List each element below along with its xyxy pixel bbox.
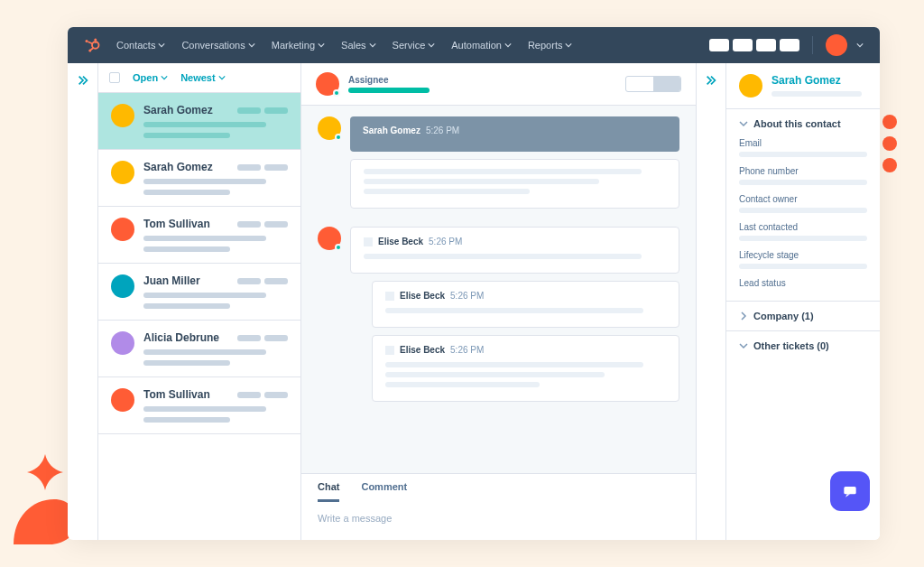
assignee-avatar[interactable]: [316, 72, 339, 96]
svg-point-3: [86, 40, 88, 42]
contact-field: Email: [739, 138, 867, 157]
field-value-placeholder: [739, 180, 867, 185]
message-list: Sarah Gomez5:26 PM Elise Beck5:26 PM Eli…: [301, 106, 696, 473]
conversation-item[interactable]: Sarah Gomez: [98, 150, 300, 207]
message-bubble[interactable]: [350, 159, 679, 209]
field-label: Lifecycle stage: [739, 250, 867, 260]
nav-sales[interactable]: Sales: [341, 40, 376, 51]
field-label: Last contacted: [739, 222, 867, 232]
conversation-item[interactable]: Juan Miller: [98, 264, 300, 321]
section-tickets-toggle[interactable]: Other tickets (0): [739, 340, 867, 351]
conversation-item[interactable]: Tom Sullivan: [98, 377, 300, 434]
svg-point-2: [94, 39, 97, 42]
message-bubble[interactable]: Elise Beck5:26 PM: [350, 227, 679, 274]
contact-field: Contact owner: [739, 194, 867, 213]
message-bubble[interactable]: Sarah Gomez5:26 PM: [350, 116, 679, 152]
tab-comment[interactable]: Comment: [361, 481, 407, 502]
chevron-down-icon: [158, 42, 165, 49]
message-bubble[interactable]: Elise Beck5:26 PM: [372, 335, 679, 402]
field-label: Contact owner: [739, 194, 867, 204]
chevron-down-icon: [504, 42, 512, 49]
nav-util-button[interactable]: [709, 39, 729, 51]
chat-launcher-button[interactable]: [830, 471, 870, 511]
field-value-placeholder: [739, 152, 867, 157]
conversation-list: Open Newest Sarah Gomez Sarah Gomez: [98, 63, 301, 540]
section-about: About this contact Email Phone number Co…: [726, 108, 880, 301]
chevrons-right-icon: [705, 74, 717, 87]
conversation-name: Sarah Gomez: [143, 104, 288, 116]
user-avatar[interactable]: [826, 34, 847, 56]
nav-conversations[interactable]: Conversations: [181, 40, 254, 51]
chevron-down-icon: [248, 42, 255, 49]
left-collapse-rail[interactable]: [68, 63, 98, 540]
conversation-name: Tom Sullivan: [143, 388, 288, 401]
nav-util-button[interactable]: [780, 39, 799, 51]
nav-right: [709, 34, 864, 56]
field-value-placeholder: [739, 208, 867, 213]
nav-util-button[interactable]: [756, 39, 776, 51]
contact-field: Phone number: [739, 166, 867, 185]
assignee-value-placeholder: [348, 88, 430, 93]
view-toggle: [625, 76, 681, 92]
nav-service[interactable]: Service: [393, 40, 436, 51]
nav-contacts[interactable]: Contacts: [116, 40, 165, 51]
message-bubble[interactable]: Elise Beck5:26 PM: [372, 281, 679, 328]
message-meta: Sarah Gomez5:26 PM: [363, 125, 667, 135]
conversation-item[interactable]: Sarah Gomez: [98, 93, 300, 150]
conversation-filters: Open Newest: [98, 63, 300, 93]
contact-panel: Sarah Gomez About this contact Email Pho…: [726, 63, 880, 540]
square-icon: [385, 292, 394, 301]
conversation-item[interactable]: Alicia Debrune: [98, 321, 300, 377]
divider: [812, 36, 813, 54]
chevrons-right-icon: [77, 74, 89, 87]
contact-avatar[interactable]: [739, 74, 762, 98]
nav-marketing[interactable]: Marketing: [272, 40, 325, 51]
section-company: Company (1): [726, 301, 880, 330]
chevron-down-icon: [739, 341, 748, 350]
contact-subtext-placeholder: [772, 91, 862, 97]
hubspot-logo[interactable]: [84, 37, 100, 53]
nav-menu: Contacts Conversations Marketing Sales S…: [116, 40, 693, 51]
contact-header: Sarah Gomez: [726, 63, 880, 108]
chevron-down-icon: [856, 42, 864, 49]
select-all-checkbox[interactable]: [109, 72, 120, 83]
field-value-placeholder: [739, 236, 867, 241]
avatar: [318, 116, 341, 140]
conversation-item[interactable]: Tom Sullivan: [98, 207, 300, 264]
right-collapse-rail[interactable]: [696, 63, 726, 540]
nav-util-button[interactable]: [733, 39, 753, 51]
svg-line-7: [91, 48, 94, 50]
chevron-down-icon: [218, 74, 226, 81]
chevron-down-icon: [739, 119, 748, 128]
square-icon: [364, 237, 373, 246]
filter-sort[interactable]: Newest: [180, 72, 226, 83]
chevron-right-icon: [739, 311, 748, 321]
nav-automation[interactable]: Automation: [451, 40, 512, 51]
view-toggle-option[interactable]: [626, 77, 653, 91]
tab-chat[interactable]: Chat: [318, 481, 339, 502]
nav-reports[interactable]: Reports: [528, 40, 573, 51]
thread-panel: Assignee Sarah Gomez5:26 PM Elise Beck5:…: [301, 63, 696, 540]
field-value-placeholder: [739, 264, 867, 269]
section-about-toggle[interactable]: About this contact: [739, 118, 867, 129]
contact-name-link[interactable]: Sarah Gomez: [772, 74, 862, 87]
assignee-label: Assignee: [348, 75, 616, 85]
conversation-name: Tom Sullivan: [143, 218, 288, 230]
chevron-down-icon: [428, 42, 435, 49]
avatar: [111, 104, 134, 127]
section-company-toggle[interactable]: Company (1): [739, 311, 867, 321]
filter-status[interactable]: Open: [133, 72, 168, 83]
sprocket-icon: [84, 37, 100, 53]
contact-field: Lead status: [739, 278, 867, 288]
avatar: [111, 331, 134, 355]
avatar: [111, 388, 134, 412]
conversation-name: Juan Miller: [143, 274, 288, 287]
square-icon: [385, 346, 394, 355]
chevron-down-icon: [318, 42, 325, 49]
field-label: Phone number: [739, 166, 867, 176]
composer-tabs: Chat Comment: [301, 473, 696, 502]
message-meta: Elise Beck5:26 PM: [385, 345, 666, 355]
decorative-sparkle: [27, 454, 63, 490]
view-toggle-option[interactable]: [653, 77, 680, 91]
composer-input[interactable]: Write a message: [301, 502, 696, 540]
